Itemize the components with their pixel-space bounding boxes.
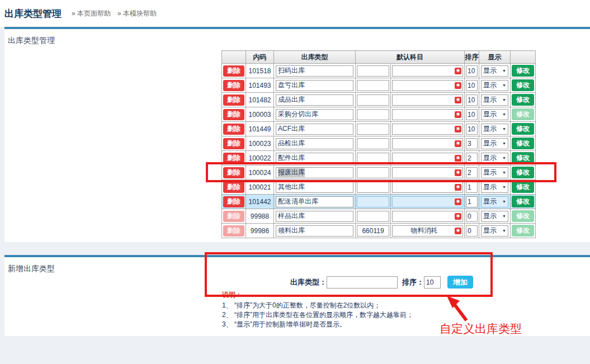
subject-name-input[interactable]: ✱: [392, 167, 463, 178]
type-input[interactable]: 配件出库: [276, 153, 353, 164]
clear-subject-icon[interactable]: ✱: [455, 155, 461, 162]
modify-button[interactable]: 修改: [512, 108, 534, 120]
subject-code-input[interactable]: [357, 65, 389, 77]
modify-button[interactable]: 修改: [512, 225, 534, 237]
subject-name-input[interactable]: ✱: [392, 138, 463, 149]
type-input[interactable]: 品检出库: [276, 138, 353, 149]
new-sort-input[interactable]: [424, 276, 441, 289]
sort-input[interactable]: 10: [466, 109, 478, 120]
type-input[interactable]: 成品出库: [276, 94, 353, 106]
subject-name-input[interactable]: ✱: [392, 211, 463, 222]
delete-button[interactable]: 删除: [223, 138, 244, 149]
display-select[interactable]: 显示 ▼: [481, 138, 508, 149]
clear-subject-icon[interactable]: ✱: [455, 184, 461, 191]
type-input[interactable]: 扫码出库: [276, 65, 353, 77]
clear-subject-icon[interactable]: ✱: [455, 169, 461, 176]
display-select[interactable]: 显示 ▼: [481, 196, 508, 207]
modify-button[interactable]: 修改: [512, 94, 534, 106]
subject-code-input[interactable]: [357, 153, 389, 164]
subject-name-input[interactable]: ✱: [392, 109, 463, 120]
delete-button[interactable]: 删除: [223, 211, 244, 222]
subject-code-input[interactable]: [357, 167, 389, 178]
type-input[interactable]: 其他出库: [276, 182, 353, 193]
display-select[interactable]: 显示 ▼: [481, 80, 508, 91]
type-input[interactable]: 采购分切出库: [276, 109, 353, 120]
display-select[interactable]: 显示 ▼: [481, 109, 508, 120]
sort-input[interactable]: 10: [466, 65, 478, 77]
sort-input[interactable]: 2: [466, 167, 478, 178]
delete-button[interactable]: 删除: [223, 225, 244, 237]
display-select[interactable]: 显示 ▼: [481, 167, 508, 178]
display-select[interactable]: 显示 ▼: [481, 65, 508, 77]
page-help-link[interactable]: » 本页面帮助: [72, 9, 111, 18]
sort-input[interactable]: 0: [466, 211, 478, 222]
subject-code-input[interactable]: [357, 109, 389, 120]
modify-button[interactable]: 修改: [512, 210, 534, 222]
delete-button[interactable]: 删除: [223, 196, 244, 207]
subject-code-input[interactable]: [357, 124, 389, 135]
subject-code-input[interactable]: 660119: [357, 225, 389, 237]
clear-subject-icon[interactable]: ✱: [455, 228, 461, 234]
subject-name-input[interactable]: ✱: [392, 80, 463, 91]
clear-subject-icon[interactable]: ✱: [455, 140, 461, 147]
display-select[interactable]: 显示 ▼: [481, 225, 508, 237]
clear-subject-icon[interactable]: ✱: [455, 213, 461, 220]
new-type-input[interactable]: [327, 276, 398, 289]
display-select[interactable]: 显示 ▼: [481, 153, 508, 164]
display-select[interactable]: 显示 ▼: [481, 124, 508, 135]
subject-name-input[interactable]: ✱: [392, 182, 463, 193]
delete-button[interactable]: 删除: [223, 109, 244, 120]
subject-name-input[interactable]: 物料消耗 ✱: [392, 225, 463, 237]
modify-button[interactable]: 修改: [512, 181, 534, 193]
add-button[interactable]: 增加: [447, 276, 473, 289]
modify-button[interactable]: 修改: [512, 79, 534, 91]
delete-button[interactable]: 删除: [223, 124, 244, 135]
modify-button[interactable]: 修改: [512, 196, 534, 207]
type-input[interactable]: 样品出库: [276, 211, 353, 222]
delete-button[interactable]: 删除: [223, 153, 244, 164]
delete-button[interactable]: 删除: [223, 182, 244, 193]
display-select[interactable]: 显示 ▼: [481, 94, 508, 106]
modify-button[interactable]: 修改: [512, 65, 534, 77]
subject-name-input[interactable]: ✱: [392, 94, 463, 106]
sort-input[interactable]: 10: [466, 94, 478, 106]
sort-input[interactable]: 3: [466, 138, 478, 149]
type-input[interactable]: 配送清单出库: [276, 196, 353, 207]
sort-input[interactable]: 10: [466, 124, 478, 135]
delete-button[interactable]: 删除: [223, 80, 244, 91]
display-select[interactable]: 显示 ▼: [481, 211, 508, 222]
subject-name-input[interactable]: ✱: [392, 153, 463, 164]
clear-subject-icon[interactable]: ✱: [455, 82, 461, 89]
subject-name-input[interactable]: ✱: [392, 65, 463, 77]
clear-subject-icon[interactable]: ✱: [455, 97, 461, 103]
subject-code-input[interactable]: [357, 182, 389, 193]
module-help-link[interactable]: » 本模块帮助: [117, 9, 157, 18]
display-select[interactable]: 显示 ▼: [481, 182, 508, 193]
subject-code-input[interactable]: [357, 94, 389, 106]
clear-subject-icon[interactable]: ✱: [455, 198, 461, 205]
clear-subject-icon[interactable]: ✱: [455, 68, 461, 74]
delete-button[interactable]: 删除: [223, 167, 244, 178]
modify-button[interactable]: 修改: [512, 138, 534, 149]
subject-code-input[interactable]: [357, 196, 389, 207]
modify-button[interactable]: 修改: [512, 152, 534, 164]
sort-input[interactable]: 2: [466, 153, 478, 164]
delete-button[interactable]: 删除: [223, 94, 244, 106]
clear-subject-icon[interactable]: ✱: [455, 111, 461, 118]
sort-input[interactable]: 1: [466, 182, 478, 193]
clear-subject-icon[interactable]: ✱: [455, 126, 461, 133]
subject-name-input[interactable]: ✱: [392, 124, 463, 135]
type-input[interactable]: 盘亏出库: [276, 80, 353, 91]
modify-button[interactable]: 修改: [512, 123, 534, 135]
delete-button[interactable]: 删除: [223, 65, 244, 77]
type-input[interactable]: 领料出库: [276, 225, 353, 237]
sort-input[interactable]: 1: [466, 196, 478, 207]
sort-input[interactable]: 0: [466, 225, 478, 237]
subject-code-input[interactable]: [357, 211, 389, 222]
modify-button[interactable]: 修改: [512, 167, 534, 178]
subject-code-input[interactable]: [357, 138, 389, 149]
sort-input[interactable]: 10: [466, 80, 478, 91]
type-input[interactable]: ACF出库: [276, 124, 353, 135]
subject-name-input[interactable]: ✱: [392, 196, 463, 207]
subject-code-input[interactable]: [357, 80, 389, 91]
